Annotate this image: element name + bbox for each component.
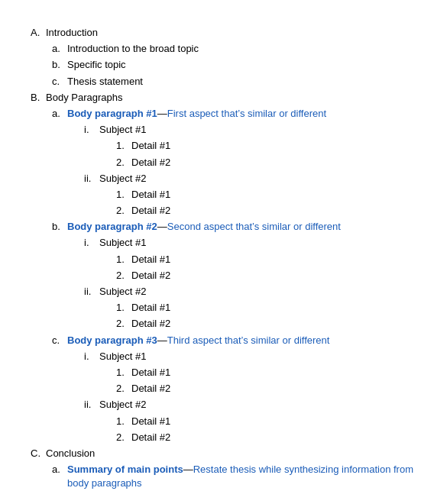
outline-row: B. Body Paragraphs xyxy=(31,91,424,105)
outline-row: c. Thesis statement xyxy=(31,75,424,89)
outline-row: 2. Detail #2 xyxy=(31,269,424,283)
outline-row: ii. Subject #2 xyxy=(31,285,424,299)
outline-row: 1. Detail #1 xyxy=(31,366,424,380)
outline-row: i. Subject #1 xyxy=(31,350,424,363)
outline-row: 2. Detail #2 xyxy=(31,156,424,170)
outline-row: 2. Detail #2 xyxy=(31,431,424,444)
outline-row: b. Specific topic xyxy=(31,58,424,72)
outline-row: A. Introduction xyxy=(31,26,424,40)
outline-row: i. Subject #1 xyxy=(31,123,424,137)
outline-row: a. Introduction to the broad topic xyxy=(31,42,424,56)
outline-row: 1. Detail #1 xyxy=(31,415,424,428)
outline-row: 2. Detail #2 xyxy=(31,204,424,218)
outline-row: ii. Subject #2 xyxy=(31,398,424,412)
outline-row: 1. Detail #1 xyxy=(31,139,424,153)
outline-row: 1. Detail #1 xyxy=(31,253,424,267)
outline-row: 1. Detail #1 xyxy=(31,188,424,202)
outline-row: i. Subject #1 xyxy=(31,236,424,250)
outline-row: 1. Detail #1 xyxy=(31,301,424,315)
outline-row: a. Body paragraph #1—First aspect that’s… xyxy=(31,107,424,121)
outline-row: 2. Detail #2 xyxy=(31,382,424,396)
outline-row: b. Body paragraph #2—Second aspect that’… xyxy=(31,220,424,234)
outline-container: A. Introductiona. Introduction to the br… xyxy=(23,26,424,490)
outline-row: C. Conclusion xyxy=(31,447,424,460)
outline-row: c. Body paragraph #3—Third aspect that’s… xyxy=(31,334,424,347)
outline-row: ii. Subject #2 xyxy=(31,172,424,186)
outline-row: 2. Detail #2 xyxy=(31,317,424,331)
outline-row: a. Summary of main points—Restate thesis… xyxy=(31,463,424,490)
